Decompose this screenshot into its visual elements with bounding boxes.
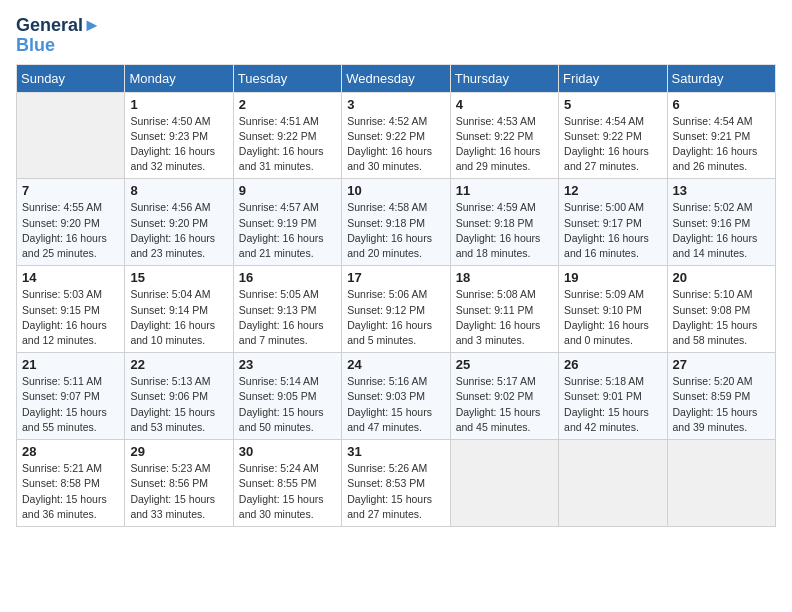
calendar-cell: 31Sunrise: 5:26 AMSunset: 8:53 PMDayligh… <box>342 440 450 527</box>
day-number: 28 <box>22 444 119 459</box>
calendar-cell: 18Sunrise: 5:08 AMSunset: 9:11 PMDayligh… <box>450 266 558 353</box>
day-header-tuesday: Tuesday <box>233 64 341 92</box>
day-info: Sunrise: 5:21 AMSunset: 8:58 PMDaylight:… <box>22 461 119 522</box>
day-number: 31 <box>347 444 444 459</box>
day-number: 15 <box>130 270 227 285</box>
calendar-cell: 28Sunrise: 5:21 AMSunset: 8:58 PMDayligh… <box>17 440 125 527</box>
day-info: Sunrise: 5:16 AMSunset: 9:03 PMDaylight:… <box>347 374 444 435</box>
calendar-cell: 17Sunrise: 5:06 AMSunset: 9:12 PMDayligh… <box>342 266 450 353</box>
day-number: 25 <box>456 357 553 372</box>
calendar-cell: 12Sunrise: 5:00 AMSunset: 9:17 PMDayligh… <box>559 179 667 266</box>
calendar-cell: 21Sunrise: 5:11 AMSunset: 9:07 PMDayligh… <box>17 353 125 440</box>
calendar-cell <box>667 440 775 527</box>
day-header-thursday: Thursday <box>450 64 558 92</box>
day-number: 22 <box>130 357 227 372</box>
day-info: Sunrise: 5:11 AMSunset: 9:07 PMDaylight:… <box>22 374 119 435</box>
calendar-week-5: 28Sunrise: 5:21 AMSunset: 8:58 PMDayligh… <box>17 440 776 527</box>
day-number: 7 <box>22 183 119 198</box>
day-header-friday: Friday <box>559 64 667 92</box>
calendar-cell: 2Sunrise: 4:51 AMSunset: 9:22 PMDaylight… <box>233 92 341 179</box>
day-number: 29 <box>130 444 227 459</box>
calendar-cell <box>17 92 125 179</box>
day-number: 19 <box>564 270 661 285</box>
day-number: 13 <box>673 183 770 198</box>
day-info: Sunrise: 4:58 AMSunset: 9:18 PMDaylight:… <box>347 200 444 261</box>
day-number: 27 <box>673 357 770 372</box>
calendar-cell: 10Sunrise: 4:58 AMSunset: 9:18 PMDayligh… <box>342 179 450 266</box>
day-info: Sunrise: 5:05 AMSunset: 9:13 PMDaylight:… <box>239 287 336 348</box>
calendar-week-4: 21Sunrise: 5:11 AMSunset: 9:07 PMDayligh… <box>17 353 776 440</box>
calendar-cell: 29Sunrise: 5:23 AMSunset: 8:56 PMDayligh… <box>125 440 233 527</box>
day-number: 4 <box>456 97 553 112</box>
day-info: Sunrise: 4:51 AMSunset: 9:22 PMDaylight:… <box>239 114 336 175</box>
calendar-cell: 15Sunrise: 5:04 AMSunset: 9:14 PMDayligh… <box>125 266 233 353</box>
day-info: Sunrise: 5:03 AMSunset: 9:15 PMDaylight:… <box>22 287 119 348</box>
calendar-week-1: 1Sunrise: 4:50 AMSunset: 9:23 PMDaylight… <box>17 92 776 179</box>
day-number: 10 <box>347 183 444 198</box>
day-info: Sunrise: 5:26 AMSunset: 8:53 PMDaylight:… <box>347 461 444 522</box>
day-header-monday: Monday <box>125 64 233 92</box>
day-info: Sunrise: 4:54 AMSunset: 9:22 PMDaylight:… <box>564 114 661 175</box>
day-number: 16 <box>239 270 336 285</box>
day-info: Sunrise: 4:55 AMSunset: 9:20 PMDaylight:… <box>22 200 119 261</box>
calendar-week-2: 7Sunrise: 4:55 AMSunset: 9:20 PMDaylight… <box>17 179 776 266</box>
day-number: 6 <box>673 97 770 112</box>
day-header-sunday: Sunday <box>17 64 125 92</box>
calendar-cell: 8Sunrise: 4:56 AMSunset: 9:20 PMDaylight… <box>125 179 233 266</box>
calendar-cell: 11Sunrise: 4:59 AMSunset: 9:18 PMDayligh… <box>450 179 558 266</box>
calendar-cell: 25Sunrise: 5:17 AMSunset: 9:02 PMDayligh… <box>450 353 558 440</box>
calendar-cell: 30Sunrise: 5:24 AMSunset: 8:55 PMDayligh… <box>233 440 341 527</box>
calendar-cell: 14Sunrise: 5:03 AMSunset: 9:15 PMDayligh… <box>17 266 125 353</box>
day-info: Sunrise: 4:52 AMSunset: 9:22 PMDaylight:… <box>347 114 444 175</box>
day-number: 18 <box>456 270 553 285</box>
day-info: Sunrise: 5:09 AMSunset: 9:10 PMDaylight:… <box>564 287 661 348</box>
day-info: Sunrise: 5:14 AMSunset: 9:05 PMDaylight:… <box>239 374 336 435</box>
calendar-cell: 23Sunrise: 5:14 AMSunset: 9:05 PMDayligh… <box>233 353 341 440</box>
calendar-cell <box>559 440 667 527</box>
day-number: 30 <box>239 444 336 459</box>
day-info: Sunrise: 5:10 AMSunset: 9:08 PMDaylight:… <box>673 287 770 348</box>
page-header: General► Blue <box>16 16 776 56</box>
day-info: Sunrise: 5:13 AMSunset: 9:06 PMDaylight:… <box>130 374 227 435</box>
day-number: 24 <box>347 357 444 372</box>
logo: General► Blue <box>16 16 101 56</box>
day-info: Sunrise: 5:20 AMSunset: 8:59 PMDaylight:… <box>673 374 770 435</box>
day-info: Sunrise: 4:57 AMSunset: 9:19 PMDaylight:… <box>239 200 336 261</box>
day-info: Sunrise: 5:24 AMSunset: 8:55 PMDaylight:… <box>239 461 336 522</box>
day-info: Sunrise: 4:54 AMSunset: 9:21 PMDaylight:… <box>673 114 770 175</box>
day-info: Sunrise: 5:18 AMSunset: 9:01 PMDaylight:… <box>564 374 661 435</box>
calendar-cell: 4Sunrise: 4:53 AMSunset: 9:22 PMDaylight… <box>450 92 558 179</box>
day-number: 3 <box>347 97 444 112</box>
day-number: 14 <box>22 270 119 285</box>
day-info: Sunrise: 5:02 AMSunset: 9:16 PMDaylight:… <box>673 200 770 261</box>
calendar-table: SundayMondayTuesdayWednesdayThursdayFrid… <box>16 64 776 527</box>
day-number: 8 <box>130 183 227 198</box>
day-number: 9 <box>239 183 336 198</box>
calendar-cell: 7Sunrise: 4:55 AMSunset: 9:20 PMDaylight… <box>17 179 125 266</box>
calendar-cell: 6Sunrise: 4:54 AMSunset: 9:21 PMDaylight… <box>667 92 775 179</box>
day-info: Sunrise: 4:56 AMSunset: 9:20 PMDaylight:… <box>130 200 227 261</box>
day-number: 23 <box>239 357 336 372</box>
day-info: Sunrise: 5:04 AMSunset: 9:14 PMDaylight:… <box>130 287 227 348</box>
day-number: 21 <box>22 357 119 372</box>
day-number: 5 <box>564 97 661 112</box>
calendar-cell: 13Sunrise: 5:02 AMSunset: 9:16 PMDayligh… <box>667 179 775 266</box>
day-number: 17 <box>347 270 444 285</box>
calendar-cell: 24Sunrise: 5:16 AMSunset: 9:03 PMDayligh… <box>342 353 450 440</box>
day-number: 20 <box>673 270 770 285</box>
day-info: Sunrise: 4:59 AMSunset: 9:18 PMDaylight:… <box>456 200 553 261</box>
calendar-cell: 16Sunrise: 5:05 AMSunset: 9:13 PMDayligh… <box>233 266 341 353</box>
day-info: Sunrise: 4:53 AMSunset: 9:22 PMDaylight:… <box>456 114 553 175</box>
day-info: Sunrise: 5:06 AMSunset: 9:12 PMDaylight:… <box>347 287 444 348</box>
calendar-week-3: 14Sunrise: 5:03 AMSunset: 9:15 PMDayligh… <box>17 266 776 353</box>
day-info: Sunrise: 5:00 AMSunset: 9:17 PMDaylight:… <box>564 200 661 261</box>
calendar-cell: 27Sunrise: 5:20 AMSunset: 8:59 PMDayligh… <box>667 353 775 440</box>
calendar-cell: 1Sunrise: 4:50 AMSunset: 9:23 PMDaylight… <box>125 92 233 179</box>
calendar-cell: 9Sunrise: 4:57 AMSunset: 9:19 PMDaylight… <box>233 179 341 266</box>
calendar-cell: 22Sunrise: 5:13 AMSunset: 9:06 PMDayligh… <box>125 353 233 440</box>
calendar-cell: 19Sunrise: 5:09 AMSunset: 9:10 PMDayligh… <box>559 266 667 353</box>
logo-text: General► Blue <box>16 16 101 56</box>
day-number: 11 <box>456 183 553 198</box>
day-info: Sunrise: 4:50 AMSunset: 9:23 PMDaylight:… <box>130 114 227 175</box>
calendar-cell <box>450 440 558 527</box>
